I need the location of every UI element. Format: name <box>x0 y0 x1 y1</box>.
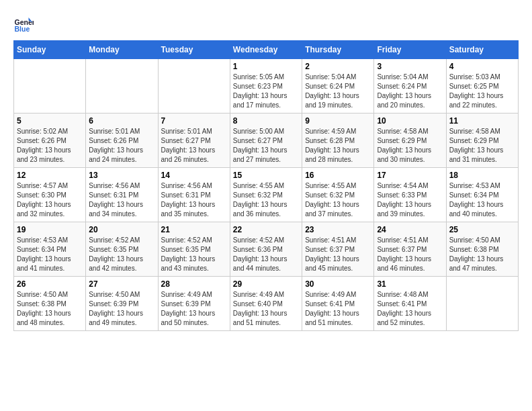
calendar-cell: 1Sunrise: 5:05 AM Sunset: 6:23 PM Daylig… <box>230 59 302 113</box>
day-info: Sunrise: 4:49 AM Sunset: 6:39 PM Dayligh… <box>161 290 227 328</box>
day-info: Sunrise: 5:01 AM Sunset: 6:27 PM Dayligh… <box>161 127 227 165</box>
day-number: 24 <box>377 225 443 234</box>
calendar-cell: 31Sunrise: 4:48 AM Sunset: 6:41 PM Dayli… <box>374 277 446 331</box>
calendar-cell: 28Sunrise: 4:49 AM Sunset: 6:39 PM Dayli… <box>158 277 230 331</box>
day-number: 16 <box>305 171 371 180</box>
calendar-cell: 21Sunrise: 4:52 AM Sunset: 6:35 PM Dayli… <box>158 222 230 277</box>
day-number: 20 <box>89 225 154 234</box>
day-number: 30 <box>305 279 371 289</box>
day-number: 17 <box>377 171 443 180</box>
calendar-cell: 2Sunrise: 5:04 AM Sunset: 6:24 PM Daylig… <box>302 59 374 113</box>
day-info: Sunrise: 4:56 AM Sunset: 6:31 PM Dayligh… <box>161 181 227 219</box>
day-info: Sunrise: 4:53 AM Sunset: 6:34 PM Dayligh… <box>449 181 515 219</box>
calendar-cell: 30Sunrise: 4:49 AM Sunset: 6:41 PM Dayli… <box>302 277 374 331</box>
calendar-cell: 19Sunrise: 4:53 AM Sunset: 6:34 PM Dayli… <box>14 222 86 277</box>
day-info: Sunrise: 4:55 AM Sunset: 6:32 PM Dayligh… <box>305 181 371 219</box>
day-info: Sunrise: 4:54 AM Sunset: 6:33 PM Dayligh… <box>377 181 443 219</box>
calendar-cell: 9Sunrise: 4:59 AM Sunset: 6:28 PM Daylig… <box>302 113 374 168</box>
week-row-1: 1Sunrise: 5:05 AM Sunset: 6:23 PM Daylig… <box>14 59 519 113</box>
calendar-cell <box>14 59 86 113</box>
day-number: 21 <box>161 225 227 234</box>
calendar-cell: 14Sunrise: 4:56 AM Sunset: 6:31 PM Dayli… <box>158 168 230 222</box>
day-info: Sunrise: 4:52 AM Sunset: 6:35 PM Dayligh… <box>161 236 227 273</box>
day-number: 7 <box>161 116 227 126</box>
calendar-cell: 27Sunrise: 4:50 AM Sunset: 6:39 PM Dayli… <box>86 277 158 331</box>
calendar-table: SundayMondayTuesdayWednesdayThursdayFrid… <box>13 40 519 331</box>
header-friday: Friday <box>374 41 446 59</box>
day-number: 3 <box>377 62 443 71</box>
day-info: Sunrise: 4:51 AM Sunset: 6:37 PM Dayligh… <box>305 236 371 273</box>
header-saturday: Saturday <box>446 41 518 59</box>
calendar-cell: 16Sunrise: 4:55 AM Sunset: 6:32 PM Dayli… <box>302 168 374 222</box>
day-info: Sunrise: 4:55 AM Sunset: 6:32 PM Dayligh… <box>233 181 299 219</box>
calendar-cell <box>158 59 230 113</box>
calendar-cell: 15Sunrise: 4:55 AM Sunset: 6:32 PM Dayli… <box>230 168 302 222</box>
day-number: 19 <box>17 225 83 234</box>
day-number: 9 <box>305 116 371 126</box>
day-info: Sunrise: 4:50 AM Sunset: 6:38 PM Dayligh… <box>449 236 515 273</box>
calendar-cell: 7Sunrise: 5:01 AM Sunset: 6:27 PM Daylig… <box>158 113 230 168</box>
calendar-cell: 18Sunrise: 4:53 AM Sunset: 6:34 PM Dayli… <box>446 168 518 222</box>
day-number: 28 <box>161 279 227 289</box>
day-info: Sunrise: 5:04 AM Sunset: 6:24 PM Dayligh… <box>377 73 443 110</box>
day-info: Sunrise: 4:50 AM Sunset: 6:38 PM Dayligh… <box>17 290 83 328</box>
day-info: Sunrise: 4:51 AM Sunset: 6:37 PM Dayligh… <box>377 236 443 273</box>
day-number: 22 <box>233 225 299 234</box>
day-number: 6 <box>89 116 154 126</box>
day-number: 2 <box>305 62 371 71</box>
day-number: 5 <box>17 116 83 126</box>
week-row-4: 19Sunrise: 4:53 AM Sunset: 6:34 PM Dayli… <box>14 222 519 277</box>
calendar-cell: 5Sunrise: 5:02 AM Sunset: 6:26 PM Daylig… <box>14 113 86 168</box>
day-info: Sunrise: 5:05 AM Sunset: 6:23 PM Dayligh… <box>233 73 299 110</box>
day-number: 18 <box>449 171 515 180</box>
calendar-cell: 10Sunrise: 4:58 AM Sunset: 6:29 PM Dayli… <box>374 113 446 168</box>
calendar-cell: 22Sunrise: 4:52 AM Sunset: 6:36 PM Dayli… <box>230 222 302 277</box>
calendar-cell <box>446 277 518 331</box>
day-info: Sunrise: 5:03 AM Sunset: 6:25 PM Dayligh… <box>449 73 515 110</box>
day-info: Sunrise: 4:52 AM Sunset: 6:36 PM Dayligh… <box>233 236 299 273</box>
day-info: Sunrise: 4:52 AM Sunset: 6:35 PM Dayligh… <box>89 236 154 273</box>
calendar-cell: 17Sunrise: 4:54 AM Sunset: 6:33 PM Dayli… <box>374 168 446 222</box>
day-number: 12 <box>17 171 83 180</box>
calendar-cell: 29Sunrise: 4:49 AM Sunset: 6:40 PM Dayli… <box>230 277 302 331</box>
day-number: 11 <box>449 116 515 126</box>
day-number: 15 <box>233 171 299 180</box>
logo-icon: General Blue <box>13 13 34 34</box>
day-info: Sunrise: 5:04 AM Sunset: 6:24 PM Dayligh… <box>305 73 371 110</box>
header-sunday: Sunday <box>14 41 86 59</box>
day-info: Sunrise: 4:49 AM Sunset: 6:40 PM Dayligh… <box>233 290 299 328</box>
page-header: General Blue <box>13 13 519 34</box>
day-info: Sunrise: 5:02 AM Sunset: 6:26 PM Dayligh… <box>17 127 83 165</box>
calendar-cell: 6Sunrise: 5:01 AM Sunset: 6:26 PM Daylig… <box>86 113 158 168</box>
day-info: Sunrise: 4:56 AM Sunset: 6:31 PM Dayligh… <box>89 181 154 219</box>
day-number: 23 <box>305 225 371 234</box>
day-info: Sunrise: 4:53 AM Sunset: 6:34 PM Dayligh… <box>17 236 83 273</box>
day-number: 13 <box>89 171 154 180</box>
day-info: Sunrise: 4:58 AM Sunset: 6:29 PM Dayligh… <box>449 127 515 165</box>
day-number: 1 <box>233 62 299 71</box>
day-info: Sunrise: 4:58 AM Sunset: 6:29 PM Dayligh… <box>377 127 443 165</box>
week-row-2: 5Sunrise: 5:02 AM Sunset: 6:26 PM Daylig… <box>14 113 519 168</box>
logo: General Blue <box>13 13 36 34</box>
calendar-cell <box>86 59 158 113</box>
day-info: Sunrise: 5:01 AM Sunset: 6:26 PM Dayligh… <box>89 127 154 165</box>
week-row-3: 12Sunrise: 4:57 AM Sunset: 6:30 PM Dayli… <box>14 168 519 222</box>
calendar-cell: 23Sunrise: 4:51 AM Sunset: 6:37 PM Dayli… <box>302 222 374 277</box>
day-info: Sunrise: 4:50 AM Sunset: 6:39 PM Dayligh… <box>89 290 154 328</box>
day-number: 29 <box>233 279 299 289</box>
week-row-5: 26Sunrise: 4:50 AM Sunset: 6:38 PM Dayli… <box>14 277 519 331</box>
calendar-cell: 24Sunrise: 4:51 AM Sunset: 6:37 PM Dayli… <box>374 222 446 277</box>
header-row: SundayMondayTuesdayWednesdayThursdayFrid… <box>14 41 519 59</box>
day-info: Sunrise: 5:00 AM Sunset: 6:27 PM Dayligh… <box>233 127 299 165</box>
header-wednesday: Wednesday <box>230 41 302 59</box>
header-tuesday: Tuesday <box>158 41 230 59</box>
day-number: 4 <box>449 62 515 71</box>
day-number: 10 <box>377 116 443 126</box>
day-number: 27 <box>89 279 154 289</box>
day-info: Sunrise: 4:49 AM Sunset: 6:41 PM Dayligh… <box>305 290 371 328</box>
calendar-cell: 11Sunrise: 4:58 AM Sunset: 6:29 PM Dayli… <box>446 113 518 168</box>
day-number: 31 <box>377 279 443 289</box>
calendar-cell: 20Sunrise: 4:52 AM Sunset: 6:35 PM Dayli… <box>86 222 158 277</box>
day-info: Sunrise: 4:48 AM Sunset: 6:41 PM Dayligh… <box>377 290 443 328</box>
day-number: 14 <box>161 171 227 180</box>
